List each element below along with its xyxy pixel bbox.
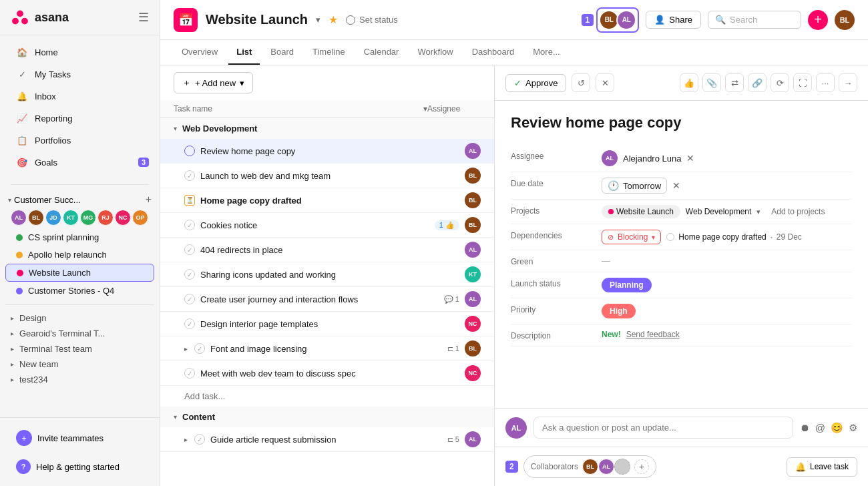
- send-feedback-link[interactable]: Send feedback: [626, 330, 680, 339]
- remove-due-date-btn[interactable]: ✕: [672, 180, 680, 191]
- favorite-star-icon[interactable]: ★: [329, 13, 338, 26]
- attach-icon-btn[interactable]: 📎: [702, 73, 721, 92]
- nav-goals[interactable]: 🎯 Goals 3: [5, 152, 154, 173]
- chevron-design: ▸: [11, 314, 14, 322]
- due-date-badge[interactable]: 🕐 Tomorrow: [602, 178, 667, 194]
- tab-board[interactable]: Board: [262, 40, 302, 65]
- close-panel-icon-btn[interactable]: →: [839, 73, 857, 92]
- like-icon-btn[interactable]: 👍: [680, 73, 698, 92]
- task-assignee-avatar: AL: [465, 291, 481, 307]
- team-add-icon[interactable]: +: [146, 194, 152, 206]
- share-button[interactable]: 👤 Share: [646, 11, 701, 29]
- more-icon-btn[interactable]: ···: [816, 73, 835, 92]
- add-to-projects-btn[interactable]: Add to projects: [771, 207, 825, 216]
- blocking-badge[interactable]: ⊘ Blocking ▾: [602, 230, 661, 244]
- expand-icon-btn[interactable]: ⛶: [793, 73, 812, 92]
- set-status-btn[interactable]: Set status: [346, 15, 398, 25]
- sub-team-terminal[interactable]: ▸ Terminal Test team: [0, 341, 160, 356]
- task-row[interactable]: ✓ Sharing icons updated and working KT: [160, 262, 494, 287]
- description-value: New! Send feedback: [602, 330, 852, 339]
- task-row[interactable]: ✓ Create user journey and interaction fl…: [160, 287, 494, 312]
- add-new-button[interactable]: ＋ + Add new ▾: [174, 72, 253, 93]
- add-collaborator-btn[interactable]: +: [634, 459, 649, 474]
- blocking-circle-icon: ⊘: [608, 233, 614, 242]
- remove-assignee-btn[interactable]: ✕: [686, 153, 694, 164]
- project-cs-sprint[interactable]: CS sprint planning: [5, 229, 154, 246]
- avatar-1: AL: [11, 210, 27, 226]
- tab-workflow[interactable]: Workflow: [409, 40, 461, 65]
- project-tag: Website Launch: [602, 205, 680, 218]
- invite-icon: +: [16, 430, 32, 446]
- comment-emoji-icon[interactable]: 😊: [831, 422, 843, 434]
- approve-button[interactable]: ✓ Approve: [505, 74, 566, 92]
- add-task-btn[interactable]: Add task...: [160, 386, 494, 407]
- status-circle-icon: [346, 15, 355, 25]
- avatar-2: BL: [28, 210, 44, 226]
- comment-input[interactable]: [533, 417, 793, 439]
- link-icon-btn[interactable]: 🔗: [748, 73, 767, 92]
- check-icon: ✓: [16, 68, 28, 80]
- table-header: Task name ▾ Assignee: [160, 100, 494, 118]
- menu-toggle[interactable]: ☰: [138, 10, 149, 25]
- avatar-3: JD: [45, 210, 61, 226]
- task-assignee-avatar: NC: [465, 365, 481, 381]
- undo-button[interactable]: ↺: [572, 73, 590, 92]
- project-customer-stories[interactable]: Customer Stories - Q4: [5, 282, 154, 299]
- task-row[interactable]: ⏳ Home page copy drafted BL: [160, 188, 494, 213]
- priority-high-chip[interactable]: High: [602, 304, 636, 318]
- section-web-development[interactable]: ▾ Web Development: [160, 118, 494, 139]
- task-row[interactable]: ✓ Design interior page templates NC: [160, 312, 494, 336]
- comment-settings-icon[interactable]: ⚙: [849, 422, 857, 434]
- help-btn[interactable]: ? Help & getting started: [11, 455, 149, 478]
- user-avatar[interactable]: BL: [835, 10, 855, 30]
- task-row[interactable]: ▸ ✓ Guide article request submission ⊏ 5…: [160, 427, 494, 452]
- project-website-launch[interactable]: Website Launch: [5, 264, 154, 282]
- project-section-label: Web Development: [686, 207, 752, 216]
- project-section: ▾ Customer Succ... + AL BL JD KT MG RJ N…: [0, 190, 160, 417]
- convert-icon-btn[interactable]: ⇄: [725, 73, 744, 92]
- tab-more[interactable]: More...: [525, 40, 568, 65]
- tab-dashboard[interactable]: Dashboard: [464, 40, 523, 65]
- sub-team-design[interactable]: ▸ Design: [0, 310, 160, 326]
- sub-team-test234[interactable]: ▸ test234: [0, 372, 160, 387]
- help-icon: ?: [16, 459, 31, 474]
- refresh-icon-btn[interactable]: ⟳: [771, 73, 789, 92]
- toolbar-icons: 👍 📎 ⇄ 🔗 ⟳ ⛶ ··· →: [680, 73, 857, 92]
- task-row[interactable]: ✓ 404 redirects in place AL: [160, 238, 494, 262]
- task-row[interactable]: ✓ Cookies notice 1 👍 BL: [160, 213, 494, 238]
- close-detail-button[interactable]: ✕: [596, 73, 614, 92]
- search-box[interactable]: 🔍 Search: [708, 11, 801, 29]
- team-header[interactable]: ▾ Customer Succ... +: [0, 190, 160, 207]
- tab-list[interactable]: List: [228, 40, 260, 65]
- task-row[interactable]: ✓ Meet with web dev team to discuss spec…: [160, 361, 494, 386]
- nav-portfolios[interactable]: 📋 Portfolios: [5, 130, 154, 151]
- add-global-btn[interactable]: +: [808, 10, 828, 30]
- nav-my-tasks[interactable]: ✓ My Tasks: [5, 63, 154, 85]
- nav-inbox[interactable]: 🔔 Inbox: [5, 85, 154, 107]
- sub-team-gearoid[interactable]: ▸ Gearoid's Terminal T...: [0, 326, 160, 341]
- section-content[interactable]: ▾ Content: [160, 407, 494, 427]
- search-placeholder: Search: [730, 15, 757, 25]
- dep-separator: ·: [771, 233, 773, 241]
- tab-calendar[interactable]: Calendar: [356, 40, 407, 65]
- tab-overview[interactable]: Overview: [174, 40, 226, 65]
- title-chevron-icon[interactable]: ▾: [316, 15, 320, 25]
- priority-value: High: [602, 304, 852, 318]
- field-launch-status: Launch status Planning: [511, 272, 852, 298]
- task-row[interactable]: ✓ Launch to web dev and mkg team BL: [160, 164, 494, 188]
- invite-teammates-btn[interactable]: + Invite teammates: [11, 426, 149, 450]
- project-section-chevron-icon[interactable]: ▾: [756, 208, 761, 216]
- nav-home[interactable]: 🏠 Home: [5, 41, 154, 63]
- main-area: 📅 Website Launch ▾ ★ Set status 1 BL AL …: [160, 0, 868, 486]
- nav-reporting[interactable]: 📈 Reporting: [5, 107, 154, 129]
- task-row[interactable]: Review home page copy AL: [160, 139, 494, 164]
- tab-timeline[interactable]: Timeline: [304, 40, 353, 65]
- task-row[interactable]: ▸ ✓ Font and image licensing ⊏ 1 BL: [160, 336, 494, 361]
- comment-record-icon[interactable]: ⏺: [800, 422, 810, 434]
- comment-mention-icon[interactable]: @: [815, 422, 825, 434]
- sub-team-new[interactable]: ▸ New team: [0, 356, 160, 372]
- project-apollo[interactable]: Apollo help relaunch: [5, 246, 154, 263]
- task-assignee-avatar: BL: [465, 217, 481, 233]
- status-planning-chip[interactable]: Planning: [602, 278, 652, 292]
- leave-task-button[interactable]: 🔔 Leave task: [787, 457, 857, 477]
